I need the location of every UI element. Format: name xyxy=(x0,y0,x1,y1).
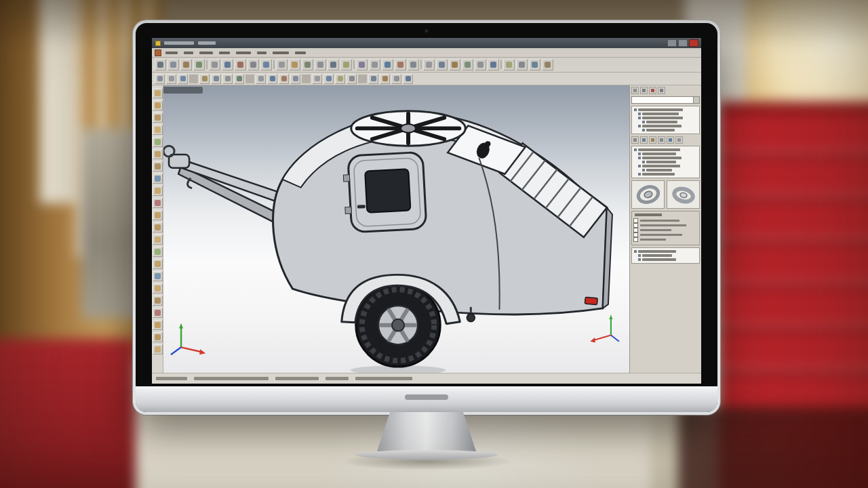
toolbar-button[interactable] xyxy=(503,59,515,70)
toolbar-button[interactable] xyxy=(279,74,289,84)
option-row[interactable] xyxy=(633,237,698,242)
toolbar-button[interactable] xyxy=(178,74,188,84)
side-tool-button[interactable] xyxy=(153,113,163,123)
side-tool-button[interactable] xyxy=(153,271,163,281)
toolbar-button[interactable] xyxy=(302,59,313,70)
side-tool-button[interactable] xyxy=(153,259,163,269)
side-tool-button[interactable] xyxy=(153,283,163,293)
part-thumbnail-hub[interactable] xyxy=(631,180,665,209)
side-tool-button[interactable] xyxy=(153,296,163,306)
toolbar-button[interactable] xyxy=(211,74,221,84)
option-checkbox[interactable] xyxy=(633,232,638,237)
option-checkbox[interactable] xyxy=(633,223,638,228)
toolbar-button[interactable] xyxy=(235,59,246,70)
window-button[interactable] xyxy=(689,39,698,47)
side-tool-button[interactable] xyxy=(153,210,163,220)
toolbar-button[interactable] xyxy=(408,59,419,70)
panel-header-button[interactable] xyxy=(649,87,656,94)
toolbar-button[interactable] xyxy=(462,59,473,70)
panel-tool-button[interactable] xyxy=(640,136,648,144)
toolbar-button[interactable] xyxy=(167,59,179,70)
toolbar-button[interactable] xyxy=(420,60,422,69)
toolbar-button[interactable] xyxy=(315,59,326,70)
toolbar-button[interactable] xyxy=(436,59,448,70)
toolbar-button[interactable] xyxy=(234,74,244,84)
panel-header-button[interactable] xyxy=(631,87,639,94)
toolbar-button[interactable] xyxy=(369,59,380,70)
option-row[interactable] xyxy=(633,223,698,228)
side-tool-button[interactable] xyxy=(153,198,163,208)
side-tool-button[interactable] xyxy=(153,174,163,184)
toolbar-button[interactable] xyxy=(391,74,401,84)
panel-header-button[interactable] xyxy=(640,87,648,94)
toolbar-button[interactable] xyxy=(500,60,502,69)
menu-item[interactable] xyxy=(295,52,306,54)
toolbar-button[interactable] xyxy=(302,75,311,83)
toolbar-button[interactable] xyxy=(209,59,220,70)
option-checkbox[interactable] xyxy=(633,218,638,223)
toolbar-button[interactable] xyxy=(290,74,300,84)
toolbar-button[interactable] xyxy=(380,74,390,84)
toolbar-button[interactable] xyxy=(256,74,266,84)
menu-item[interactable] xyxy=(184,52,193,54)
side-tool-button[interactable] xyxy=(153,332,163,342)
toolbar-button[interactable] xyxy=(276,59,288,70)
side-tool-button[interactable] xyxy=(153,149,163,159)
toolbar-button[interactable] xyxy=(340,59,352,70)
toolbar-button[interactable] xyxy=(403,74,413,84)
option-checkbox[interactable] xyxy=(633,228,638,232)
window-button[interactable] xyxy=(678,39,688,47)
panel-tool-button[interactable] xyxy=(667,136,674,144)
panel-tool-button[interactable] xyxy=(675,136,683,144)
component-tree-item[interactable] xyxy=(638,172,698,176)
menu-item[interactable] xyxy=(165,52,178,54)
window-button[interactable] xyxy=(667,39,677,47)
side-tool-button[interactable] xyxy=(153,235,163,245)
toolbar-button[interactable] xyxy=(542,59,553,70)
menu-item[interactable] xyxy=(236,52,251,54)
toolbar-button[interactable] xyxy=(155,74,165,84)
toolbar-button[interactable] xyxy=(180,59,192,70)
toolbar-button[interactable] xyxy=(189,75,198,83)
toolbar-button[interactable] xyxy=(529,59,540,70)
toolbar-button[interactable] xyxy=(289,59,300,70)
3d-viewport[interactable] xyxy=(163,85,629,373)
option-checkbox[interactable] xyxy=(633,237,638,242)
part-thumbnail-ring[interactable] xyxy=(667,180,700,209)
toolbar-button[interactable] xyxy=(199,74,210,84)
toolbar-button[interactable] xyxy=(155,59,166,70)
side-tool-button[interactable] xyxy=(153,186,163,196)
toolbar-button[interactable] xyxy=(273,60,275,69)
toolbar-button[interactable] xyxy=(368,74,378,84)
toolbar-button[interactable] xyxy=(245,75,254,83)
toolbar-button[interactable] xyxy=(335,74,345,84)
toolbar-button[interactable] xyxy=(449,59,460,70)
toolbar-button[interactable] xyxy=(382,59,393,70)
toolbar-button[interactable] xyxy=(267,74,277,84)
toolbar-button[interactable] xyxy=(312,74,322,84)
side-tool-button[interactable] xyxy=(153,100,163,110)
side-tool-button[interactable] xyxy=(153,247,163,257)
toolbar-button[interactable] xyxy=(222,59,233,70)
menu-item[interactable] xyxy=(199,52,213,54)
toolbar-button[interactable] xyxy=(475,59,486,70)
toolbar-button[interactable] xyxy=(260,59,272,70)
toolbar-button[interactable] xyxy=(423,59,435,70)
menu-item[interactable] xyxy=(219,52,230,54)
lower-tree-item[interactable] xyxy=(638,258,698,262)
toolbar-button[interactable] xyxy=(193,59,205,70)
side-tool-button[interactable] xyxy=(153,308,163,318)
configuration-dropdown[interactable] xyxy=(631,96,700,104)
toolbar-button[interactable] xyxy=(358,75,367,83)
toolbar-button[interactable] xyxy=(248,59,259,70)
toolbar-button[interactable] xyxy=(395,59,406,70)
toolbar-button[interactable] xyxy=(488,59,499,70)
panel-tool-button[interactable] xyxy=(649,136,656,144)
toolbar-button[interactable] xyxy=(206,60,208,69)
menu-item[interactable] xyxy=(257,52,267,54)
panel-tool-button[interactable] xyxy=(631,136,639,144)
document-icon[interactable] xyxy=(155,49,161,56)
option-row[interactable] xyxy=(633,228,698,232)
toolbar-button[interactable] xyxy=(323,74,334,84)
side-tool-button[interactable] xyxy=(153,222,163,232)
